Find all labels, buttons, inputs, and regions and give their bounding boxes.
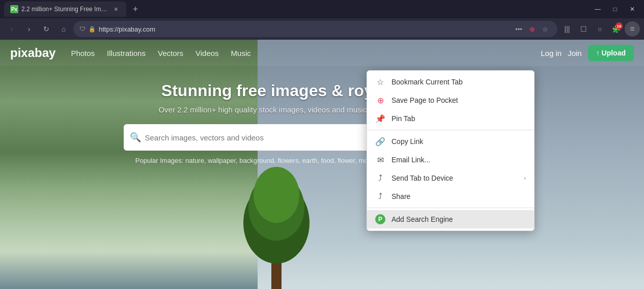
home-button[interactable]: ⌂ [56, 21, 71, 37]
reload-icon: ↻ [43, 25, 49, 33]
window-controls: — □ ✕ [590, 2, 640, 17]
hero-section: Stunning free images & royalty free stoc… [0, 66, 644, 164]
menu-item-bookmark[interactable]: ☆ Bookmark Current Tab [367, 73, 534, 91]
send-tab-label: Send Tab to Device [391, 174, 518, 182]
hero-subtitle: Over 2.2 million+ high quality stock ima… [0, 105, 644, 114]
tab-favicon: Px [10, 5, 18, 13]
extensions-button[interactable]: 🧩 16 [608, 21, 624, 37]
menu-item-add-search[interactable]: P Add Search Engine [367, 210, 534, 228]
popular-tags: Popular Images: nature, wallpaper, backg… [0, 157, 644, 164]
extensions-badge: 16 [615, 22, 623, 30]
join-button[interactable]: Join [568, 49, 582, 57]
address-bar[interactable]: 🛡 🔒 ••• ⊕ ☆ [73, 21, 557, 37]
add-search-label: Add Search Engine [391, 215, 526, 223]
more-icon: ••• [515, 25, 522, 33]
menu-item-share[interactable]: ⤴ Share [367, 187, 534, 206]
email-icon: ✉ [375, 155, 385, 165]
pocket-icon: ⊕ [529, 25, 535, 33]
new-tab-button[interactable]: + [128, 2, 143, 16]
nav-bar: ‹ › ↻ ⌂ 🛡 🔒 ••• ⊕ ☆ [0, 18, 644, 40]
search-icon: 🔍 [130, 132, 141, 143]
bookmark-label: Bookmark Current Tab [391, 78, 526, 86]
title-bar: Px 2.2 million+ Stunning Free Ima... × +… [0, 0, 644, 18]
copy-link-icon: 🔗 [375, 136, 385, 147]
synced-tabs-icon: ☐ [580, 25, 587, 33]
site-nav: pixabay Photos Illustrations Vectors Vid… [0, 40, 644, 66]
tree-decoration [226, 147, 327, 289]
tab-close-button[interactable]: × [112, 4, 120, 14]
email-link-label: Email Link... [391, 156, 526, 164]
security-lock: 🔒 [89, 26, 96, 33]
svg-point-3 [254, 167, 299, 223]
site-nav-links: Photos Illustrations Vectors Videos Musi… [71, 49, 541, 57]
menu-item-copy-link[interactable]: 🔗 Copy Link [367, 132, 534, 151]
sidebar-icon: ||| [565, 25, 570, 33]
synced-tabs-button[interactable]: ☐ [576, 21, 591, 37]
more-address-button[interactable]: ••• [513, 23, 525, 35]
back-icon: ‹ [11, 25, 13, 33]
share-icon: ⤴ [375, 191, 385, 201]
pin-menu-icon: 📌 [375, 113, 385, 124]
forward-icon: › [28, 25, 31, 33]
home-icon: ⌂ [62, 25, 66, 33]
maximize-button[interactable]: □ [607, 2, 623, 17]
menu-item-pin[interactable]: 📌 Pin Tab [367, 109, 534, 128]
bookmark-star-button[interactable]: ☆ [539, 23, 551, 35]
forward-button[interactable]: › [21, 21, 37, 37]
nav-vectors[interactable]: Vectors [158, 49, 183, 57]
menu-divider-2 [367, 208, 534, 208]
menu-item-email-link[interactable]: ✉ Email Link... [367, 151, 534, 169]
site-logo[interactable]: pixabay [10, 46, 55, 60]
share-label: Share [391, 192, 526, 200]
send-tab-icon: ⤴ [375, 173, 385, 183]
nav-videos[interactable]: Videos [195, 49, 219, 57]
bookmark-icon: ☆ [542, 25, 548, 33]
tab-title: 2.2 million+ Stunning Free Ima... [21, 6, 109, 13]
send-tab-arrow: › [524, 175, 526, 182]
toolbar-icons: ||| ☐ ○ 🧩 16 ≡ [559, 21, 640, 37]
profile-icon: ○ [598, 25, 602, 33]
active-tab[interactable]: Px 2.2 million+ Stunning Free Ima... × [4, 2, 126, 17]
sidebar-button[interactable]: ||| [559, 21, 575, 37]
pocket-label: Save Page to Pocket [391, 96, 526, 104]
menu-item-pocket[interactable]: ⊕ Save Page to Pocket [367, 91, 534, 109]
nav-illustrations[interactable]: Illustrations [107, 49, 146, 57]
minimize-button[interactable]: — [590, 2, 605, 17]
hamburger-icon: ≡ [630, 24, 634, 34]
back-button[interactable]: ‹ [4, 21, 19, 37]
tab-bar: Px 2.2 million+ Stunning Free Ima... × + [4, 2, 590, 17]
pin-label: Pin Tab [391, 114, 526, 123]
pocket-button[interactable]: ⊕ [526, 23, 538, 35]
address-bar-icons: ••• ⊕ ☆ [513, 23, 551, 35]
browser-menu-button[interactable]: ≡ [625, 21, 640, 37]
pocket-menu-icon: ⊕ [375, 95, 385, 105]
close-button[interactable]: ✕ [625, 2, 640, 17]
hero-title: Stunning free images & royalty free stoc… [0, 81, 644, 100]
profile-button[interactable]: ○ [592, 21, 607, 37]
browser-window: Px 2.2 million+ Stunning Free Ima... × +… [0, 0, 644, 289]
menu-divider-1 [367, 130, 534, 130]
context-menu: ☆ Bookmark Current Tab ⊕ Save Page to Po… [367, 70, 535, 231]
nav-photos[interactable]: Photos [71, 49, 95, 57]
nav-music[interactable]: Music [231, 49, 251, 57]
popular-prefix: Popular Images: [135, 157, 184, 164]
reload-button[interactable]: ↻ [39, 21, 54, 37]
page-content: pixabay Photos Illustrations Vectors Vid… [0, 40, 644, 289]
tree-svg [226, 147, 327, 289]
bookmark-menu-icon: ☆ [375, 77, 385, 87]
url-input[interactable] [99, 25, 510, 33]
site-nav-right: Log in Join ↑ Upload [541, 45, 634, 61]
security-icon: 🛡 [79, 25, 86, 33]
add-search-icon: P [375, 214, 385, 224]
login-button[interactable]: Log in [541, 49, 562, 57]
upload-button[interactable]: ↑ Upload [588, 45, 634, 61]
copy-link-label: Copy Link [391, 137, 526, 146]
menu-item-send-tab[interactable]: ⤴ Send Tab to Device › [367, 169, 534, 187]
